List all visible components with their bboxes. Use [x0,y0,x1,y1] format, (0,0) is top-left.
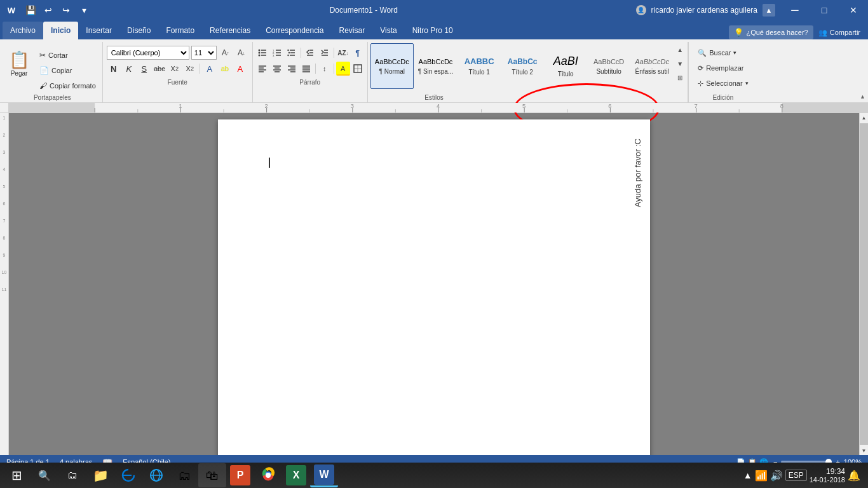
sort-button[interactable]: AZ↓ [336,46,350,60]
text-highlight-button[interactable]: ab [218,62,232,76]
language-indicator[interactable]: ESP [785,470,807,481]
font-color-button[interactable]: A [233,62,247,76]
justify-button[interactable] [299,62,313,76]
taskbar-chrome-app[interactable] [254,463,282,487]
increase-indent-button[interactable] [318,46,332,60]
font-size-select[interactable]: 11 [191,46,217,60]
align-left-button[interactable] [255,62,269,76]
notification-icon[interactable]: 🔔 [848,470,860,482]
format-paint-button[interactable]: 🖌 Copiar formato [36,79,100,93]
search-dropdown-icon: ▾ [733,50,736,56]
styles-scroll-down[interactable]: ▼ [675,57,685,70]
document-page[interactable]: Ayuda por favor :C [218,119,650,455]
tab-insertar[interactable]: Insertar [78,22,119,39]
copy-button[interactable]: 📄 Copiar [36,64,100,78]
superscript-button[interactable]: X2 [183,62,197,76]
styles-scroll: ▲ ▼ ⊞ [675,43,685,101]
system-tray: ▲ 📶 🔊 ESP 19:34 14-01-2018 🔔 [743,467,865,484]
italic-button[interactable]: K [122,62,136,76]
start-button[interactable]: ⊞ [3,463,31,488]
strikethrough-button[interactable]: abc [153,62,166,76]
decrease-font-size-button[interactable]: A↓ [234,46,248,60]
shading-button[interactable]: A [336,62,350,76]
more-qa-button[interactable]: ▾ [76,3,92,18]
style-enfasis-sutil[interactable]: AaBbCcDc Énfasis sutil [630,43,674,89]
close-button[interactable]: ✕ [839,0,868,20]
vertical-scrollbar[interactable]: ▲ ▼ [859,113,868,455]
styles-more[interactable]: ⊞ [675,71,685,84]
search-button-taskbar[interactable]: 🔍 [31,463,58,488]
show-hide-button[interactable]: ¶ [351,46,365,60]
replace-button[interactable]: ⟳ Reemplazar [693,61,753,75]
taskbar-explorer-app[interactable]: 🗂 [170,463,198,487]
task-view-button[interactable]: 🗂 [58,463,86,488]
maximize-button[interactable]: □ [810,0,839,20]
style-sin-espacio[interactable]: AaBbCcDc ¶ Sin espa... [414,43,458,89]
decrease-indent-button[interactable] [303,46,317,60]
text-cursor[interactable] [269,158,270,168]
style-titulo[interactable]: AaBI Título [544,43,587,89]
font-name-select[interactable]: Calibri (Cuerpo) [107,46,189,60]
tab-inicio[interactable]: Inicio [43,22,78,39]
ruler-corner [0,103,9,113]
tab-vista[interactable]: Vista [372,22,404,39]
volume-icon[interactable]: 🔊 [770,470,783,482]
numbering-button[interactable]: 1.2.3. [270,46,284,60]
select-button[interactable]: ⊹ Seleccionar ▾ [693,76,753,90]
svg-point-4 [258,55,260,57]
network-icon[interactable]: 📶 [755,470,768,482]
align-center-button[interactable] [270,62,284,76]
cut-button[interactable]: ✂ Cortar [36,48,100,62]
tab-referencias[interactable]: Referencias [202,22,258,39]
style-normal[interactable]: AaBbCcDc ¶ Normal [370,43,414,89]
align-right-button[interactable] [285,62,299,76]
style-titulo2[interactable]: AaBbCc Título 2 [501,43,544,89]
svg-point-14 [288,52,290,53]
redo-button[interactable]: ↪ [58,3,74,18]
clock[interactable]: 19:34 14-01-2018 [810,467,845,484]
scroll-down-button[interactable]: ▼ [860,446,869,455]
minimize-button[interactable]: ─ [780,0,810,20]
scroll-thumb[interactable] [860,123,868,445]
scroll-up-button[interactable]: ▲ [860,113,869,122]
expand-ribbon-button[interactable]: ▲ [860,93,865,100]
save-button[interactable]: 💾 [23,3,38,18]
underline-button[interactable]: S [137,62,151,76]
svg-text:5: 5 [522,103,526,109]
ribbon-right: 💡 ¿Qué desea hacer? 👥 Compartir [461,25,865,39]
bold-button[interactable]: N [107,62,121,76]
taskbar-files-app[interactable]: 📁 [86,463,114,487]
style-titulo1[interactable]: AABBC Título 1 [458,43,501,89]
style-subtitulo[interactable]: AaBbCcD Subtítulo [587,43,630,89]
styles-scroll-up[interactable]: ▲ [675,43,685,56]
borders-button[interactable] [351,62,365,76]
tab-diseno[interactable]: Diseño [119,22,158,39]
help-search[interactable]: 💡 ¿Qué desea hacer? [729,25,813,39]
document-area[interactable]: Ayuda por favor :C [9,113,859,455]
subscript-button[interactable]: X2 [168,62,182,76]
undo-button[interactable]: ↩ [41,3,56,18]
share-button[interactable]: 👥 Compartir [818,29,860,37]
search-button[interactable]: 🔍 Buscar ▾ [693,46,753,60]
taskbar-ie-app[interactable] [142,463,170,487]
tab-nitro[interactable]: Nitro Pro 10 [405,22,461,39]
tab-archivo[interactable]: Archivo [3,22,43,39]
paste-icon: 📋 [9,50,29,70]
line-spacing-button[interactable]: ↕ [318,62,332,76]
taskbar-word-app[interactable]: W [310,463,338,487]
text-effects-button[interactable]: A [203,62,217,76]
paste-button[interactable]: 📋 Pegar [5,46,33,81]
taskbar-excel-app[interactable]: X [282,463,310,487]
ribbon-toggle[interactable]: ▲ [763,4,775,17]
tab-formato[interactable]: Formato [158,22,202,39]
taskbar-ppt-app[interactable]: P [226,463,254,487]
title-left: W [5,4,18,17]
show-hidden-icons[interactable]: ▲ [743,470,752,480]
tab-correspondencia[interactable]: Correspondencia [258,22,331,39]
taskbar-store-app[interactable]: 🛍 [198,463,226,487]
increase-font-size-button[interactable]: A↑ [219,46,233,60]
bullets-button[interactable] [255,46,269,60]
tab-revisar[interactable]: Revisar [332,22,373,39]
taskbar-edge-app[interactable] [114,463,142,487]
multilevel-list-button[interactable] [285,46,299,60]
